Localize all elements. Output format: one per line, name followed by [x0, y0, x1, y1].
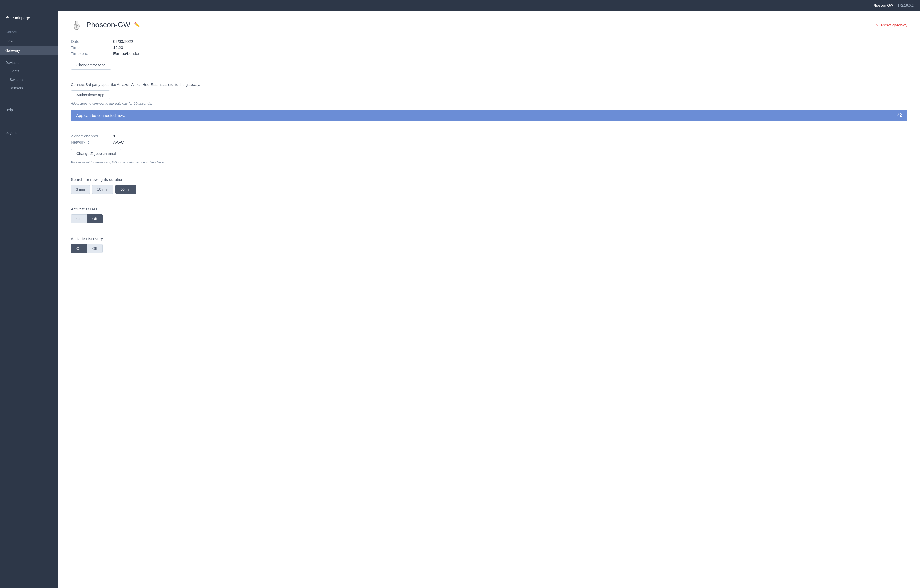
topbar: Phoscon-GW 172.19.0.2: [0, 0, 920, 11]
duration-3min-button[interactable]: 3 min: [71, 185, 90, 194]
sidebar-devices-section: Devices: [0, 55, 58, 67]
gateway-usb-icon: [71, 19, 83, 31]
reset-icon: [874, 23, 879, 27]
duration-10min-button[interactable]: 10 min: [92, 185, 113, 194]
page-header: Phoscon-GW ✏️ Reset gateway: [71, 19, 907, 31]
main-content: Phoscon-GW ✏️ Reset gateway Date 05/03/2…: [58, 11, 920, 588]
topbar-gateway-name: Phoscon-GW: [873, 3, 893, 7]
divider-2: [71, 127, 907, 128]
otau-toggle-group: On Off: [71, 215, 907, 223]
network-id-label: Network id: [71, 140, 113, 144]
reset-gateway-label: Reset gateway: [881, 23, 907, 27]
sidebar-item-switches[interactable]: Switches: [0, 75, 58, 84]
otau-label: Activate OTAU: [71, 207, 907, 211]
sidebar-item-help[interactable]: Help: [0, 105, 58, 115]
page-title-area: Phoscon-GW ✏️: [71, 19, 140, 31]
reset-gateway-button[interactable]: Reset gateway: [874, 23, 907, 27]
topbar-ip: 172.19.0.2: [897, 3, 914, 7]
sidebar-lights-label: Lights: [10, 69, 19, 73]
duration-60min-button[interactable]: 60 min: [115, 185, 136, 194]
change-zigbee-button[interactable]: Change Zigbee channel: [71, 149, 121, 158]
sidebar-gateway-label: Gateway: [5, 48, 20, 53]
discovery-on-button[interactable]: On: [71, 244, 87, 253]
sidebar-divider-2: [0, 121, 58, 121]
date-value: 05/03/2022: [113, 39, 907, 44]
auth-bar: App can be connected now. 42: [71, 110, 907, 121]
otau-on-button[interactable]: On: [71, 215, 87, 223]
sidebar: Mainpage Settings View Gateway Devices L…: [0, 11, 58, 588]
discovery-label: Activate discovery: [71, 236, 907, 241]
time-label: Time: [71, 45, 113, 50]
sidebar-view-label: View: [5, 39, 13, 43]
sidebar-divider-1: [0, 99, 58, 99]
allow-note: Allow apps to connect to the gateway for…: [71, 102, 907, 105]
sidebar-mainpage[interactable]: Mainpage: [0, 11, 58, 25]
auth-bar-count: 42: [897, 113, 902, 118]
timezone-label: Timezone: [71, 51, 113, 56]
time-value: 12:23: [113, 45, 907, 50]
edit-icon[interactable]: ✏️: [134, 22, 140, 28]
sidebar-sensors-label: Sensors: [10, 86, 23, 90]
sidebar-item-sensors[interactable]: Sensors: [0, 84, 58, 92]
zigbee-info: Zigbee channel 15 Network id AAFC: [71, 134, 907, 144]
zigbee-channel-label: Zigbee channel: [71, 134, 113, 138]
datetime-info: Date 05/03/2022 Time 12:23 Timezone Euro…: [71, 39, 907, 56]
network-id-value: AAFC: [113, 140, 907, 144]
search-duration-label: Search for new lights duration: [71, 177, 907, 182]
sidebar-mainpage-label: Mainpage: [13, 16, 30, 20]
wifi-note: Problems with overlapping WiFi channels …: [71, 160, 907, 164]
change-timezone-button[interactable]: Change timezone: [71, 61, 111, 69]
date-label: Date: [71, 39, 113, 44]
discovery-toggle-group: On Off: [71, 244, 907, 253]
settings-section-label: Settings: [0, 25, 58, 36]
sidebar-switches-label: Switches: [10, 78, 24, 82]
sidebar-help-label: Help: [5, 108, 13, 112]
sidebar-item-gateway[interactable]: Gateway: [0, 46, 58, 55]
divider-4: [71, 200, 907, 200]
connect-description: Connect 3rd party apps like Amazon Alexa…: [71, 82, 907, 87]
sidebar-item-logout[interactable]: Logout: [0, 128, 58, 137]
sidebar-logout-label: Logout: [5, 130, 17, 134]
discovery-off-button[interactable]: Off: [87, 244, 103, 253]
duration-group: 3 min 10 min 60 min: [71, 185, 907, 194]
otau-off-button[interactable]: Off: [87, 215, 103, 223]
authenticate-app-button[interactable]: Authenticate app: [71, 90, 110, 99]
page-title: Phoscon-GW: [86, 21, 130, 29]
sidebar-item-lights[interactable]: Lights: [0, 67, 58, 75]
sidebar-item-view[interactable]: View: [0, 36, 58, 46]
zigbee-channel-value: 15: [113, 134, 907, 138]
timezone-value: Europe/London: [113, 51, 907, 56]
arrow-left-icon: [5, 15, 10, 20]
auth-bar-text: App can be connected now.: [76, 113, 125, 118]
